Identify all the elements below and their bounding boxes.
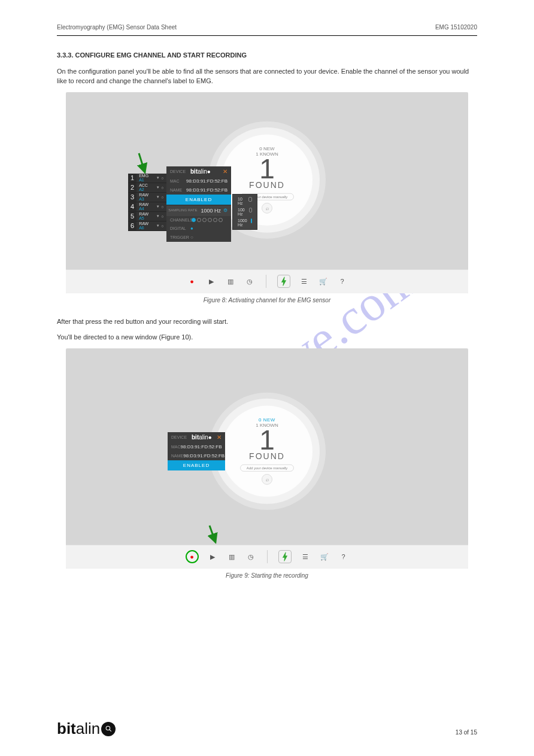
chevron-down-icon[interactable]: ▾ (155, 223, 162, 228)
page: Electromyography (EMG) Sensor Data Sheet… (0, 0, 534, 756)
toolbar: ● ▶ ▥ ◷ ☰ 🛒 ? (66, 269, 468, 293)
chevron-down-icon[interactable]: ▾ (155, 204, 162, 209)
chevron-down-icon[interactable]: ▾ (155, 214, 162, 218)
header-left: Electromyography (EMG) Sensor Data Sheet (57, 24, 177, 31)
rate-1000: 1000 Hz (233, 217, 257, 228)
header-rule (57, 35, 477, 36)
new-count-faded: 0 NEW (259, 146, 274, 151)
header-right: EMG 15102020 (435, 24, 477, 31)
rate-submenu[interactable]: 10 Hz 100 Hz 1000 Hz (232, 194, 257, 230)
device-panel: DEVICEbitalin●✕ MAC98:D3:91:FD:52:FB NAM… (166, 166, 231, 242)
footer-logo: bitalin (57, 719, 116, 738)
found-big: 1 (259, 157, 275, 181)
play-button[interactable]: ▶ (206, 276, 217, 287)
bitalino-logo: bitalin● (190, 168, 211, 175)
toolbar: ● ▶ ▥ ◷ ☰ 🛒 ? (66, 545, 468, 569)
svg-line-1 (109, 730, 111, 731)
page-header: Electromyography (EMG) Sensor Data Sheet… (57, 24, 477, 31)
settings-icon[interactable]: ☰ (299, 276, 310, 287)
device-panel-compact[interactable]: DEVICEbitalin●✕ MAC98:D3:91:FD:52:FB NAM… (168, 432, 225, 470)
para-3: You'll be directed to a new window (Figu… (57, 332, 477, 342)
cart-icon[interactable]: 🛒 (319, 551, 330, 562)
schedule-icon[interactable]: ◷ (244, 276, 255, 287)
para-2: After that press the red button and your… (57, 317, 477, 327)
chevron-down-icon[interactable]: ▾ (155, 195, 162, 199)
schedule-icon[interactable]: ◷ (245, 551, 256, 562)
record-button[interactable]: ● (187, 276, 198, 287)
close-icon[interactable]: ✕ (223, 168, 227, 175)
chart-icon[interactable]: ▥ (225, 276, 236, 287)
new-count: 0 NEW (259, 417, 275, 423)
device-name: 98:D3:91:FD:52:FB (186, 187, 227, 193)
rate-10: 10 Hz (233, 196, 257, 207)
figure-9: 0 NEW 1 KNOWN 1 FOUND Add your device ma… (66, 348, 468, 569)
section-title: 3.3.3. CONFIGURE EMG CHANNEL AND START R… (57, 51, 247, 59)
channel-list[interactable]: 1EMGA1▾○ 2ACCA2▾○ 3RAWA3▾○ 4RAWA4▾○ 5RAW… (128, 174, 166, 231)
cart-icon[interactable]: 🛒 (318, 276, 329, 287)
record-button-highlight[interactable]: ● (186, 550, 199, 563)
chevron-down-icon[interactable]: ▾ (155, 175, 162, 180)
found-circle: 0 NEW 1 KNOWN 1 FOUND Add your device ma… (222, 405, 312, 496)
help-icon[interactable]: ? (337, 276, 348, 287)
figure-8: 0 NEW 1 KNOWN 1 FOUND Add your device ma… (66, 92, 468, 293)
settings-icon[interactable]: ☰ (300, 551, 311, 562)
chevron-down-icon[interactable]: ▾ (155, 185, 162, 190)
search-icon[interactable]: ⌕ (262, 474, 272, 485)
help-icon[interactable]: ? (338, 551, 349, 562)
arrow-channel (133, 152, 151, 178)
found-label: FOUND (249, 451, 285, 461)
page-number: 13 of 15 (456, 729, 477, 736)
close-icon[interactable]: ✕ (217, 434, 222, 441)
sampling-rate-row[interactable]: SAMPLING RATE 1000 Hz ⚙ (166, 205, 231, 216)
battery-box[interactable] (278, 550, 292, 563)
figure-9-caption: Figure 9: Starting the recording (57, 572, 477, 579)
battery-box[interactable] (277, 275, 290, 288)
enabled-bar[interactable]: ENABLED (166, 195, 231, 205)
figure-8-caption: Figure 8: Activating channel for the EMG… (57, 297, 477, 303)
play-button[interactable]: ▶ (207, 551, 218, 562)
rate-100: 100 Hz (233, 207, 257, 217)
add-device-pill[interactable]: Add your device manually (240, 464, 295, 472)
found-label: FOUND (249, 180, 285, 190)
search-icon[interactable]: ⌕ (262, 203, 272, 214)
chart-icon[interactable]: ▥ (226, 551, 237, 562)
device-mac: 98:D3:91:FD:52:FB (186, 178, 227, 184)
found-big: 1 (259, 428, 275, 453)
para-1: On the configuration panel you'll be abl… (57, 66, 477, 86)
